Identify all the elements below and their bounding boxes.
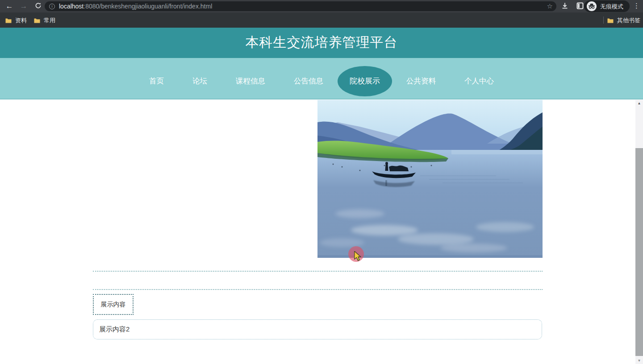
bookmark-label: 资料: [15, 17, 27, 25]
nav-row: 首页 论坛 课程信息 公告信息 院校展示 公共资料 个人中心: [0, 58, 643, 99]
bookmark-folder-changyong[interactable]: 常用: [34, 17, 55, 25]
bookmarks-bar: 资料 常用 其他书签: [0, 12, 643, 28]
display-content2-label: 展示内容2: [99, 325, 129, 334]
bookmark-folder-ziliao[interactable]: 资料: [5, 17, 27, 25]
site-header: 本科生交流培养管理平台: [0, 28, 643, 58]
nav-item-forum[interactable]: 论坛: [178, 76, 221, 86]
bookmark-label: 常用: [44, 17, 55, 25]
info-icon[interactable]: i: [49, 4, 55, 9]
mouse-cursor-icon: [354, 251, 362, 264]
display-content-box[interactable]: 展示内容: [93, 294, 134, 315]
nav-item-public-materials[interactable]: 公共资料: [392, 76, 450, 86]
site-nav: 首页 论坛 课程信息 公告信息 院校展示 公共资料 个人中心: [0, 58, 643, 99]
other-bookmarks-label: 其他书签: [617, 17, 640, 25]
page-scrollbar[interactable]: ▲ ▼: [635, 100, 643, 364]
display-content-label: 展示内容: [101, 301, 126, 309]
scroll-up-icon[interactable]: ▲: [635, 100, 643, 107]
display-content2-box[interactable]: 展示内容2: [93, 319, 542, 339]
bookmarks-separator: [603, 17, 604, 24]
url-text[interactable]: localhost:8080/benkeshengjiaoliuguanli/f…: [59, 3, 212, 10]
incognito-label: 无痕模式: [600, 3, 623, 11]
other-bookmarks[interactable]: 其他书签: [607, 17, 640, 25]
college-display-photo[interactable]: [317, 100, 543, 258]
scroll-down-icon[interactable]: ▼: [635, 357, 643, 364]
browser-menu-icon[interactable]: ⋮: [633, 2, 640, 10]
incognito-icon: [587, 1, 597, 11]
nav-item-announcements[interactable]: 公告信息: [280, 76, 338, 86]
folder-icon: [5, 18, 12, 23]
nav-item-course-info[interactable]: 课程信息: [221, 76, 280, 86]
page-title: 本科生交流培养管理平台: [0, 28, 643, 57]
dotted-divider-2: [93, 289, 543, 290]
back-icon[interactable]: ←: [4, 1, 14, 11]
side-panel-icon[interactable]: [575, 2, 585, 12]
folder-icon: [607, 18, 614, 23]
forward-icon[interactable]: →: [19, 1, 29, 11]
folder-icon: [34, 18, 40, 23]
download-icon[interactable]: [560, 2, 570, 12]
browser-toolbar: ← → i localhost:8080/benkeshengjiaoliugu…: [0, 0, 643, 12]
dotted-divider-1: [93, 271, 543, 272]
refresh-icon[interactable]: [33, 2, 43, 12]
scrollbar-thumb[interactable]: [635, 148, 643, 356]
nav-item-college-display-active[interactable]: 院校展示: [338, 66, 392, 96]
nav-item-home[interactable]: 首页: [135, 76, 178, 86]
bookmark-star-icon[interactable]: ☆: [547, 2, 553, 10]
url-bar[interactable]: i localhost:8080/benkeshengjiaoliuguanli…: [45, 1, 556, 11]
nav-item-personal-center[interactable]: 个人中心: [450, 76, 508, 86]
